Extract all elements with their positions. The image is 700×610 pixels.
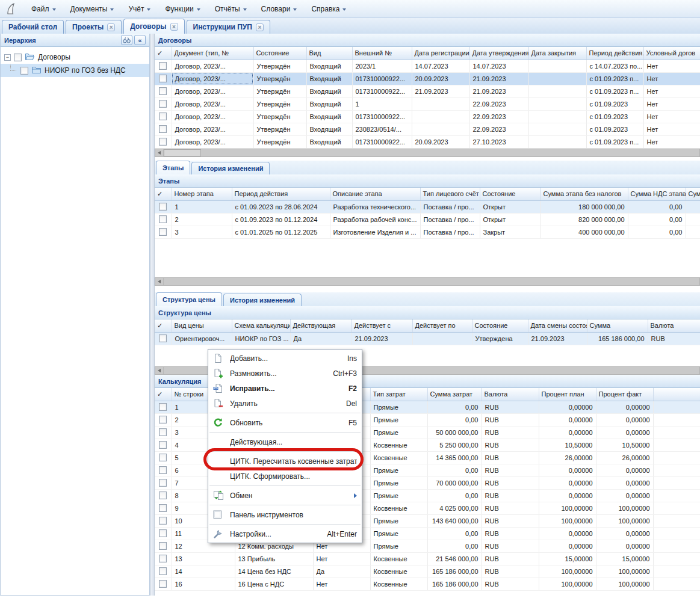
tab-close-icon[interactable]: × — [256, 23, 264, 31]
column-header[interactable]: Вид цены — [172, 319, 232, 332]
column-header[interactable]: ✓ — [155, 188, 172, 200]
menu-item-добавить[interactable]: Добавить...Ins — [208, 351, 362, 366]
scroll-left-icon[interactable] — [155, 149, 164, 156]
window-tab-договоры[interactable]: Договоры× — [123, 19, 184, 34]
menubar-item-отчёты[interactable]: Отчёты — [208, 2, 254, 16]
row-checkbox[interactable] — [155, 502, 172, 514]
column-header[interactable]: Состояние — [253, 47, 306, 60]
window-tab-проекты[interactable]: Проекты× — [66, 20, 122, 34]
contract-row[interactable]: Договор, 2023/...УтверждёнВходящий122.09… — [155, 97, 700, 110]
row-checkbox[interactable] — [155, 110, 172, 123]
column-header[interactable]: Действует с — [352, 319, 412, 332]
column-header[interactable]: Период действия — [232, 188, 330, 200]
tab-этапы[interactable]: Этапы — [156, 161, 190, 174]
window-tab-инструкции-пуп[interactable]: Инструкции ПУП× — [187, 20, 270, 34]
column-header[interactable]: Описание этапа — [330, 188, 420, 200]
row-checkbox[interactable] — [155, 578, 172, 590]
column-header[interactable]: Номер этапа — [172, 188, 232, 200]
tree-node-договоры[interactable]: −Договоры — [1, 51, 149, 64]
column-header[interactable] — [653, 388, 700, 401]
column-header[interactable]: Документ (тип, № — [172, 47, 253, 60]
row-checkbox[interactable] — [155, 200, 172, 213]
menu-item-действующая[interactable]: Действующая... — [208, 434, 362, 449]
tree-node-ниокр-по-гоз-без-ндс[interactable]: НИОКР по ГОЗ без НДС — [1, 64, 149, 77]
column-header[interactable]: ✓ — [155, 47, 172, 60]
menu-item-удалить[interactable]: УдалитьDel — [208, 396, 362, 411]
menubar-item-словари[interactable]: Словари — [254, 2, 305, 16]
column-header[interactable]: Действующая — [290, 319, 352, 332]
window-tab-рабочий-стол[interactable]: Рабочий стол — [2, 20, 64, 34]
calculation-row[interactable]: 1414 Цена без НДСДаКосвенные165 186 000,… — [155, 565, 700, 578]
column-header[interactable]: Период действия.. — [586, 47, 643, 60]
scroll-left-icon[interactable] — [155, 278, 164, 285]
column-header[interactable]: Дата утверждения — [469, 47, 528, 60]
contract-row[interactable]: Договор, 2023/...УтверждёнВходящий017310… — [155, 72, 700, 85]
menu-item-размножить[interactable]: Размножить...Ctrl+F3 — [208, 366, 362, 381]
row-checkbox[interactable] — [155, 514, 172, 527]
collapse-panel-icon[interactable]: « — [134, 35, 146, 45]
row-checkbox[interactable] — [155, 60, 172, 72]
column-header[interactable]: Схема калькуляци — [232, 319, 290, 332]
column-header[interactable]: ✓ — [155, 319, 172, 332]
binoculars-icon[interactable] — [121, 35, 132, 45]
menu-item-цитк-пересчитать-косвенные-затраты[interactable]: ЦИТК. Пересчитать косвенные затраты... — [208, 454, 362, 469]
column-header[interactable]: Валюта — [648, 319, 700, 332]
tree-checkbox[interactable] — [14, 54, 22, 61]
row-checkbox[interactable] — [155, 123, 172, 135]
contract-row[interactable]: Договор, 2023/...УтверждёнВходящий017310… — [155, 85, 700, 97]
column-header[interactable]: Вид — [306, 47, 352, 60]
price-row[interactable]: Ориентировоч...НИОКР по ГОЗ ...Да21.09.2… — [155, 332, 700, 345]
row-checkbox[interactable] — [155, 464, 172, 476]
stage-row[interactable]: 3с 01.01.2025 по 01.12.2025Изготовление … — [155, 226, 700, 238]
stages-hscrollbar[interactable] — [155, 277, 700, 286]
column-header[interactable]: Сумма НДС этапа — [628, 188, 686, 200]
menu-item-обновить[interactable]: ОбновитьF5 — [208, 415, 362, 430]
column-header[interactable]: Сумма — [587, 319, 648, 332]
scrollbar-thumb[interactable] — [164, 149, 201, 156]
stage-row[interactable]: 1с 01.09.2023 по 28.06.2024Разработка те… — [155, 200, 700, 213]
row-checkbox[interactable] — [155, 226, 172, 238]
tab-структура-цены[interactable]: Структура цены — [156, 292, 222, 306]
column-header[interactable]: Дата смены состоя — [528, 319, 587, 332]
menubar-item-учёт[interactable]: Учёт — [121, 2, 158, 16]
splitter-handle[interactable] — [150, 34, 155, 596]
row-checkbox[interactable] — [155, 565, 172, 578]
column-header[interactable]: Дата регистрации. — [412, 47, 469, 60]
menu-item-цитк-сформировать[interactable]: ЦИТК. Сформировать... — [208, 469, 362, 484]
menubar-item-справка[interactable]: Справка — [304, 2, 353, 16]
row-checkbox[interactable] — [155, 401, 172, 413]
contracts-hscrollbar[interactable] — [155, 149, 700, 157]
contract-row[interactable]: Договор, 2023/...УтверждёнВходящий017310… — [155, 135, 700, 148]
tree-expander-icon[interactable]: − — [4, 54, 11, 61]
column-header[interactable]: Процент план — [539, 388, 596, 401]
menu-item-панель-инструментов[interactable]: Панель инструментов — [208, 507, 362, 522]
row-checkbox[interactable] — [155, 439, 172, 451]
column-header[interactable]: Состояние — [480, 188, 540, 200]
row-checkbox[interactable] — [155, 451, 172, 464]
column-header[interactable]: Процент факт — [596, 388, 653, 401]
row-checkbox[interactable] — [155, 489, 172, 502]
stage-row[interactable]: 2с 01.09.2023 по 01.12.2024Разработка ра… — [155, 213, 700, 226]
calculation-row[interactable]: 1616 Цена с НДСНетКосвенные165 186 000,0… — [155, 578, 700, 590]
column-header[interactable]: ✓ — [155, 388, 172, 401]
column-header[interactable]: Дата закрытия — [528, 47, 586, 60]
column-header[interactable]: Состояние — [472, 319, 528, 332]
column-header[interactable]: Условный догов — [643, 47, 700, 60]
row-checkbox[interactable] — [155, 552, 172, 565]
contract-row[interactable]: Договор, 2023/...УтверждёнВходящий017310… — [155, 110, 700, 123]
column-header[interactable]: Действует по — [412, 319, 472, 332]
tab-история-изменений[interactable]: История изменений — [191, 162, 270, 174]
tree-checkbox[interactable] — [20, 67, 28, 75]
menubar-item-документы[interactable]: Документы — [63, 2, 122, 16]
row-checkbox[interactable] — [155, 97, 172, 110]
row-checkbox[interactable] — [155, 213, 172, 226]
row-checkbox[interactable] — [155, 540, 172, 552]
column-header[interactable]: Сумма этапа без налогов — [540, 188, 628, 200]
row-checkbox[interactable] — [155, 332, 172, 345]
calculation-row[interactable]: 1313 ПрибыльНетКосвенные21 546 000,00RUB… — [155, 552, 700, 565]
menu-item-обмен[interactable]: Обмен — [208, 488, 362, 503]
menubar-item-функции[interactable]: Функции — [158, 2, 207, 16]
row-checkbox[interactable] — [155, 85, 172, 97]
contract-row[interactable]: Договор, 2023/...УтверждёнВходящий230823… — [155, 123, 700, 135]
row-checkbox[interactable] — [155, 426, 172, 439]
